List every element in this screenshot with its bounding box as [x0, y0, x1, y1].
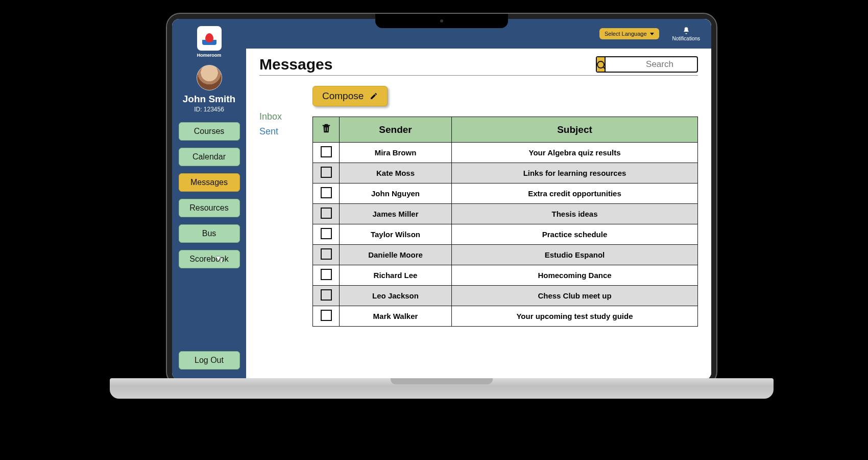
title-row: Messages [259, 56, 698, 76]
trash-icon [321, 122, 332, 134]
row-sender: Mira Brown [340, 143, 452, 163]
sidebar: Homeroom John Smith ID: 123456 Courses C… [172, 19, 246, 380]
row-checkbox[interactable] [321, 167, 332, 178]
search-input[interactable] [606, 59, 711, 70]
row-subject: Your Algebra quiz results [452, 143, 698, 163]
chevron-down-icon [650, 33, 654, 35]
logout-button[interactable]: Log Out [179, 351, 240, 370]
sidebar-item-calendar[interactable]: Calendar [179, 148, 240, 166]
search-box[interactable] [596, 56, 698, 73]
app-name: Homeroom [197, 53, 222, 58]
laptop-base [110, 378, 774, 399]
row-checkbox-cell [313, 204, 340, 224]
laptop-frame: Homeroom John Smith ID: 123456 Courses C… [166, 13, 717, 386]
row-checkbox[interactable] [321, 208, 332, 219]
row-subject: Your upcoming test study guide [452, 306, 698, 327]
app-window: Homeroom John Smith ID: 123456 Courses C… [172, 19, 711, 380]
folder-inbox[interactable]: Inbox [259, 111, 305, 122]
table-row[interactable]: Mark WalkerYour upcoming test study guid… [313, 306, 698, 327]
sidebar-item-bus[interactable]: Bus [179, 224, 240, 243]
delete-column-header[interactable] [313, 117, 340, 143]
folder-sent[interactable]: Sent [259, 126, 305, 137]
flame-icon [205, 33, 213, 42]
row-checkbox[interactable] [321, 269, 332, 280]
row-sender: Mark Walker [340, 306, 452, 327]
row-sender: John Nguyen [340, 183, 452, 204]
laptop-notch [375, 14, 508, 28]
content: Messages Inbox Sent [246, 49, 711, 380]
table-row[interactable]: Danielle MooreEstudio Espanol [313, 245, 698, 265]
notifications-label: Notifications [672, 36, 700, 41]
folder-list: Inbox Sent [259, 86, 305, 327]
messages-table: Sender Subject Mira BrownYour Algebra qu… [312, 117, 698, 327]
row-checkbox[interactable] [321, 248, 332, 260]
messages-body: Inbox Sent Compose [259, 86, 698, 327]
row-checkbox[interactable] [321, 146, 332, 157]
user-id: ID: 123456 [194, 106, 224, 113]
row-sender: Leo Jackson [340, 286, 452, 306]
row-sender: Taylor Wilson [340, 224, 452, 245]
row-subject: Links for learning resources [452, 163, 698, 183]
search-icon-wrap [597, 57, 606, 72]
row-checkbox-cell [313, 163, 340, 183]
bell-icon [682, 27, 690, 35]
compose-button[interactable]: Compose [312, 86, 388, 106]
sender-header: Sender [340, 117, 452, 143]
row-checkbox-cell [313, 183, 340, 204]
table-row[interactable]: Richard LeeHomecoming Dance [313, 265, 698, 286]
language-selector[interactable]: Select Language [599, 28, 659, 39]
row-subject: Practice schedule [452, 224, 698, 245]
row-checkbox[interactable] [321, 187, 332, 198]
page-title: Messages [259, 56, 332, 73]
row-checkbox[interactable] [321, 289, 332, 301]
row-checkbox[interactable] [321, 310, 332, 321]
row-sender: James Miller [340, 204, 452, 224]
sidebar-nav: Courses Calendar Messages Resources Bus … [176, 122, 242, 268]
language-label: Select Language [605, 31, 647, 37]
row-checkbox-cell [313, 265, 340, 286]
search-icon [597, 61, 605, 68]
row-sender: Kate Moss [340, 163, 452, 183]
table-row[interactable]: John NguyenExtra credit opportunities [313, 183, 698, 204]
pencil-icon [370, 92, 378, 100]
row-checkbox-cell [313, 143, 340, 163]
sidebar-item-messages[interactable]: Messages [179, 173, 240, 192]
row-subject: Homecoming Dance [452, 265, 698, 286]
main: Select Language Notifications Messages [246, 19, 711, 380]
table-row[interactable]: Taylor WilsonPractice schedule [313, 224, 698, 245]
row-subject: Extra credit opportunities [452, 183, 698, 204]
message-panel: Compose [312, 86, 698, 327]
row-subject: Estudio Espanol [452, 245, 698, 265]
sidebar-item-resources[interactable]: Resources [179, 199, 240, 217]
avatar[interactable] [197, 65, 222, 90]
row-subject: Chess Club meet up [452, 286, 698, 306]
row-sender: Richard Lee [340, 265, 452, 286]
table-row[interactable]: Kate MossLinks for learning resources [313, 163, 698, 183]
compose-label: Compose [322, 90, 364, 102]
app-logo[interactable] [197, 26, 222, 51]
row-checkbox-cell [313, 286, 340, 306]
notifications-button[interactable]: Notifications [672, 27, 700, 41]
table-row[interactable]: Leo JacksonChess Club meet up [313, 286, 698, 306]
sidebar-item-scorebook[interactable]: Scorebook [179, 250, 240, 268]
sidebar-item-courses[interactable]: Courses [179, 122, 240, 141]
row-checkbox-cell [313, 224, 340, 245]
row-checkbox-cell [313, 306, 340, 327]
row-checkbox-cell [313, 245, 340, 265]
table-row[interactable]: James MillerThesis ideas [313, 204, 698, 224]
user-name: John Smith [183, 94, 235, 105]
row-sender: Danielle Moore [340, 245, 452, 265]
row-checkbox[interactable] [321, 228, 332, 239]
table-row[interactable]: Mira BrownYour Algebra quiz results [313, 143, 698, 163]
subject-header: Subject [452, 117, 698, 143]
row-subject: Thesis ideas [452, 204, 698, 224]
